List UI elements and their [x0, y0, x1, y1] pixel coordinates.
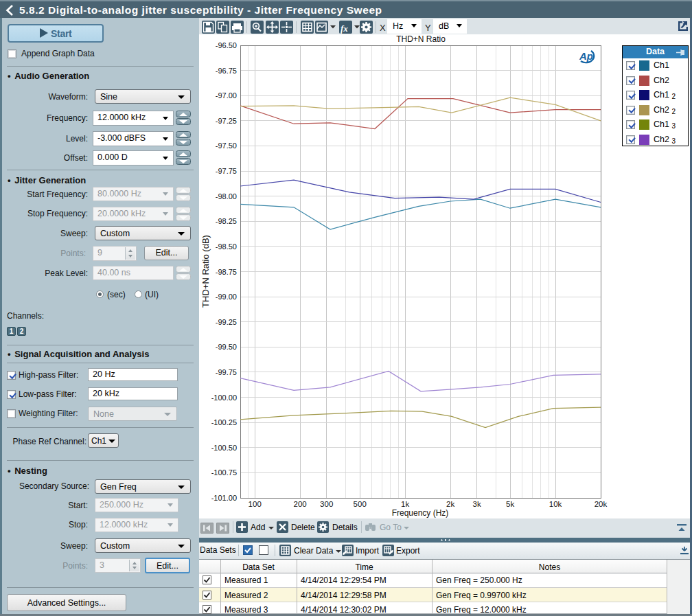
- svg-text:-99.25: -99.25: [216, 318, 237, 326]
- svg-text:100: 100: [249, 500, 262, 508]
- svg-text:300: 300: [320, 500, 333, 508]
- svg-text:-96.50: -96.50: [216, 41, 237, 49]
- svg-text:2k: 2k: [446, 500, 454, 508]
- svg-text:THD+N Ratio: THD+N Ratio: [396, 36, 446, 44]
- svg-text:THD+N Ratio (dB): THD+N Ratio (dB): [200, 235, 211, 308]
- svg-text:-100.00: -100.00: [211, 393, 237, 402]
- svg-text:Frequency (Hz): Frequency (Hz): [392, 508, 449, 518]
- svg-text:Ap: Ap: [579, 50, 593, 62]
- svg-text:-98.50: -98.50: [216, 242, 237, 251]
- svg-text:-100.25: -100.25: [211, 418, 237, 426]
- svg-text:-101.00: -101.00: [211, 494, 237, 502]
- svg-text:-98.00: -98.00: [216, 192, 237, 201]
- svg-text:-97.00: -97.00: [216, 91, 237, 100]
- svg-text:-97.25: -97.25: [216, 117, 237, 125]
- svg-text:10k: 10k: [549, 500, 562, 508]
- svg-text:-100.50: -100.50: [211, 444, 237, 452]
- svg-text:1k: 1k: [401, 500, 409, 508]
- svg-text:-97.75: -97.75: [216, 167, 237, 175]
- svg-text:-99.50: -99.50: [216, 343, 237, 351]
- svg-text:-98.75: -98.75: [216, 268, 237, 276]
- svg-text:-99.00: -99.00: [216, 293, 237, 301]
- svg-text:200: 200: [294, 500, 307, 508]
- svg-text:-100.75: -100.75: [211, 468, 237, 477]
- svg-text:20k: 20k: [595, 500, 608, 508]
- svg-text:-97.50: -97.50: [216, 141, 237, 150]
- svg-text:500: 500: [354, 500, 367, 508]
- svg-text:3k: 3k: [473, 500, 481, 508]
- svg-text:-98.25: -98.25: [216, 217, 237, 225]
- svg-text:-96.75: -96.75: [216, 67, 237, 75]
- svg-text:-99.75: -99.75: [216, 368, 237, 376]
- svg-text:fx: fx: [341, 23, 348, 34]
- svg-text:5k: 5k: [506, 500, 514, 508]
